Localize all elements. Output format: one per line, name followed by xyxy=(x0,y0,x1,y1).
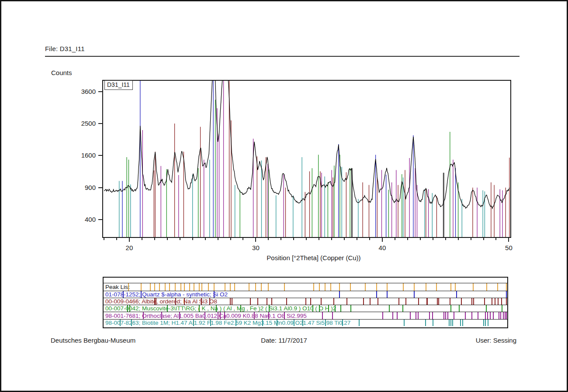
orthoclase-peak-tick xyxy=(254,312,255,319)
muscovite-peak-tick xyxy=(240,305,241,312)
y-axis-tick-label: 400 xyxy=(62,216,96,223)
orthoclase-peak-tick xyxy=(490,312,491,319)
footer-user: User: Sessing xyxy=(476,337,516,344)
x-axis-tick xyxy=(180,238,180,240)
x-axis-tick xyxy=(230,238,231,240)
sample-label: D31_I11 xyxy=(104,80,133,90)
peaklist-peak-tick xyxy=(313,283,314,291)
x-axis-tick xyxy=(268,238,269,240)
x-axis-tick xyxy=(167,238,168,240)
peaklist-peak-tick xyxy=(249,283,249,291)
peak-table-label-muscovite: 00-007-0042; Muscovite-3\ITT\RG; ( K , N… xyxy=(105,305,336,312)
x-axis-tick xyxy=(104,238,104,240)
x-axis-tick-label: 40 xyxy=(369,244,395,251)
orthoclase-peak-tick xyxy=(322,312,323,319)
orthoclase-peak-tick xyxy=(179,312,180,319)
peaklist-peak-tick xyxy=(184,283,185,291)
y-axis-tick-label: 1600 xyxy=(62,151,96,159)
albite-peak-tick xyxy=(184,298,185,305)
y-axis-tick-label: 2500 xyxy=(62,120,96,127)
biotite-peak-tick xyxy=(425,320,426,326)
peaklist-peak-tick xyxy=(230,283,231,291)
albite-peak-tick xyxy=(154,298,155,305)
peaklist-peak-tick xyxy=(450,283,451,291)
peaklist-peak-tick xyxy=(128,283,129,291)
x-axis-tick xyxy=(293,238,294,240)
biotite-reference-lines xyxy=(119,157,485,237)
orthoclase-peak-tick xyxy=(392,312,393,319)
peak-table-spacer-row xyxy=(104,278,507,283)
quartz-peak-tick xyxy=(376,291,377,298)
y-axis-tick xyxy=(98,155,103,156)
orthoclase-peak-tick xyxy=(506,312,507,319)
orthoclase-peak-tick xyxy=(432,312,433,319)
muscovite-peak-tick xyxy=(129,305,130,312)
peaklist-peak-tick xyxy=(376,283,377,291)
biotite-peak-tick xyxy=(485,320,486,326)
x-axis-tick xyxy=(319,238,319,240)
biotite-peak-tick xyxy=(460,320,461,326)
peaklist-peak-tick xyxy=(268,283,269,291)
biotite-peak-tick xyxy=(452,320,453,326)
biotite-peak-tick xyxy=(483,320,484,326)
albite-peak-tick xyxy=(405,298,406,305)
y-axis-tick-label: 900 xyxy=(62,184,96,191)
biotite-peak-tick xyxy=(277,320,277,326)
x-axis-tick xyxy=(420,238,421,240)
peak-table-row-quartz: 01-078-1252; Quartz $-alpha - synthetic;… xyxy=(104,291,507,298)
x-axis-tick xyxy=(344,238,345,240)
x-axis-tick xyxy=(129,238,130,242)
x-axis-tick xyxy=(433,238,433,240)
muscovite-peak-tick xyxy=(389,305,390,312)
albite-peak-tick xyxy=(378,298,378,305)
orthoclase-peak-tick xyxy=(332,312,333,319)
orthoclase-peak-tick xyxy=(410,312,411,319)
peaklist-peak-tick xyxy=(159,283,160,291)
biotite-peak-tick xyxy=(236,320,236,326)
x-axis-tick-label: 50 xyxy=(495,244,522,251)
peak-list-table: Peak List01-078-1252; Quartz $-alpha - s… xyxy=(103,277,508,328)
albite-peak-tick xyxy=(156,298,156,305)
y-axis-tick xyxy=(98,91,103,92)
albite-peak-tick xyxy=(230,298,231,305)
x-axis-tick xyxy=(357,238,357,240)
x-axis-tick xyxy=(218,238,218,240)
y-axis-tick xyxy=(98,123,103,124)
orthoclase-peak-tick xyxy=(143,312,144,319)
x-axis-tick xyxy=(205,238,206,240)
peaklist-peak-tick xyxy=(201,283,202,291)
peaklist-peak-tick xyxy=(339,283,340,291)
x-axis-tick xyxy=(508,238,509,242)
muscovite-peak-tick xyxy=(319,305,320,312)
albite-peak-tick xyxy=(209,298,210,305)
muscovite-reference-lines xyxy=(127,100,458,237)
quartz-peak-tick xyxy=(387,291,388,298)
orthoclase-peak-tick xyxy=(485,312,486,319)
orthoclase-peak-tick xyxy=(487,312,488,319)
albite-peak-tick xyxy=(492,298,492,305)
biotite-peak-tick xyxy=(294,320,294,326)
peak-table-row-orthoclase: 98-001-7681; Orthoclase; Al1.005 Ba0.012… xyxy=(104,312,507,319)
muscovite-peak-tick xyxy=(199,305,200,312)
orthoclase-peak-tick xyxy=(220,312,221,319)
orthoclase-peak-tick xyxy=(284,312,285,319)
peaklist-peak-tick xyxy=(261,283,262,291)
biotite-peak-tick xyxy=(262,320,263,326)
biotite-peak-tick xyxy=(359,320,360,326)
muscovite-peak-tick xyxy=(167,305,168,312)
albite-peak-tick xyxy=(267,298,267,305)
quartz-peak-tick xyxy=(141,291,142,298)
albite-peak-tick xyxy=(501,298,502,305)
peaklist-peak-tick xyxy=(169,283,170,291)
muscovite-peak-tick xyxy=(328,305,329,312)
footer-date: Date: 11/7/2017 xyxy=(197,337,371,344)
x-axis-tick xyxy=(458,238,459,240)
orthoclase-peak-tick xyxy=(503,312,504,319)
orthoclase-peak-tick xyxy=(505,312,506,319)
orthoclase-peak-tick xyxy=(493,312,494,319)
albite-peak-tick xyxy=(473,298,474,305)
peaklist-peak-tick xyxy=(455,283,456,291)
peaklist-peak-tick xyxy=(189,283,190,291)
albite-peak-tick xyxy=(398,298,399,305)
peaklist-peak-tick xyxy=(255,283,256,291)
